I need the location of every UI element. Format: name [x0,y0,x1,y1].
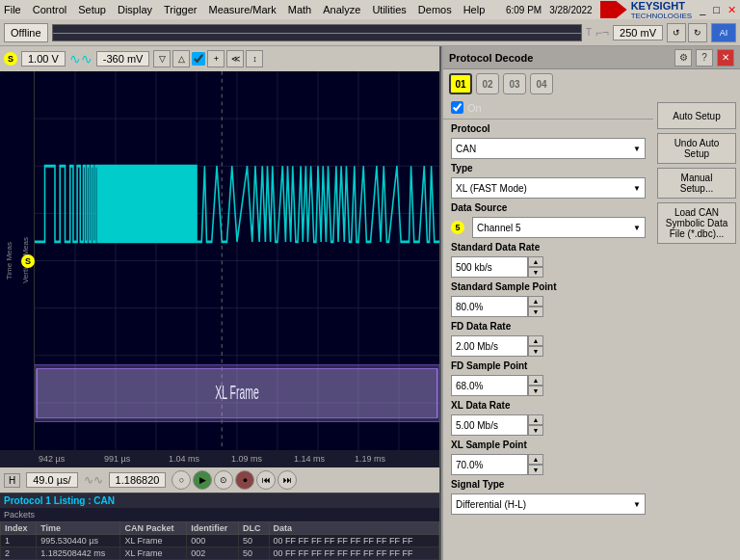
data-source-dropdown-arrow: ▼ [633,224,641,232]
xl-rate-value: 5.00 Mb/s [451,414,528,436]
std-sample-btns: ▲ ▼ [528,296,543,317]
time-label-3: 1.04 ms [169,454,199,464]
single-button[interactable]: ⊙ [214,470,233,490]
menu-utilities[interactable]: Utilities [372,4,406,15]
time-label-1: 942 µs [39,454,65,464]
xl-sample-label: XL Sample Point [443,438,653,452]
col-time: Time [37,522,120,535]
fd-rate-up[interactable]: ▲ [528,335,543,346]
type-value: XL (FAST Mode) [456,183,527,194]
proto-panel-header: Protocol Decode ⚙ ? ✕ [443,46,740,69]
bottom-toolbar: H 49.0 µs/ ∿∿ 1.186820 ○ ▶ ⊙ ● ⏮ ⏭ [0,467,439,493]
auto-setup-button[interactable]: Auto Setup [657,102,736,129]
protocol-dropdown[interactable]: CAN ▼ [451,138,646,159]
close-icon[interactable]: ✕ [717,49,734,67]
menu-measure[interactable]: Measure/Mark [208,4,276,15]
stop-button[interactable]: ○ [172,470,191,490]
row1-data: 00 FF FF FF FF FF FF FF FF FF FF [269,535,438,547]
fd-sample-down[interactable]: ▼ [528,386,543,396]
oscilloscope-panel: S 1.00 V ∿∿ -360 mV ▽ △ + ≪ ↕ Time Meas … [0,46,441,560]
ch-v-up[interactable]: △ [172,50,190,67]
tab-03[interactable]: 03 [503,73,526,94]
xl-rate-row: 5.00 Mb/s ▲ ▼ [443,413,653,438]
menu-analyze[interactable]: Analyze [323,4,360,15]
close-button[interactable]: ✕ [727,4,736,16]
minimize-button[interactable]: _ [700,4,705,15]
ch-plus[interactable]: + [207,50,225,67]
col-identifier: Identifier [187,522,239,535]
run-button[interactable]: ▶ [193,470,212,490]
prev-button[interactable]: ⏮ [256,470,276,490]
on-checkbox[interactable] [451,101,463,114]
ch-link[interactable]: ≪ [226,50,244,67]
std-rate-spinner: 500 kb/s ▲ ▼ [451,256,543,278]
menu-control[interactable]: Control [33,4,66,15]
h-badge: H [4,473,20,488]
xl-rate-label: XL Data Rate [443,398,653,413]
fd-rate-down[interactable]: ▼ [528,346,543,357]
t-label: T [586,27,592,38]
trigger-value: 1.186820 [109,472,167,488]
undo-button[interactable]: ↺ [667,23,686,42]
maximize-button[interactable]: □ [713,4,720,15]
xl-sample-down[interactable]: ▼ [528,465,543,475]
tab-04[interactable]: 04 [530,73,553,94]
row2-index: 2 [1,547,37,560]
tab-02[interactable]: 02 [476,73,499,94]
type-dropdown-arrow: ▼ [633,184,641,193]
redo-button[interactable]: ↻ [688,23,707,42]
settings-icon[interactable]: ⚙ [674,49,692,67]
menu-math[interactable]: Math [288,4,311,15]
ch-v-down[interactable]: ▽ [153,50,171,67]
std-sample-row: 80.0% ▲ ▼ [443,294,653,319]
record-button[interactable]: ● [235,470,254,490]
xl-sample-value: 70.0% [451,454,528,475]
menu-help[interactable]: Help [463,4,486,15]
offline-label: Offline [4,23,48,42]
std-sample-down[interactable]: ▼ [528,307,543,317]
ai-button[interactable]: AI [711,23,736,42]
load-can-button[interactable]: Load CAN Symbolic Data File (*.dbc)... [657,202,736,244]
menu-setup[interactable]: Setup [78,4,106,15]
time-label-4: 1.09 ms [231,454,262,464]
signal-type-dropdown[interactable]: Differential (H-L) ▼ [451,493,646,515]
table-row[interactable]: 1 995.530440 µs XL Frame 000 50 00 FF FF… [1,535,439,547]
toolbar: Offline T ⌐¬ 250 mV ↺ ↻ AI [0,19,740,46]
next-button[interactable]: ⏭ [278,470,297,490]
menu-display[interactable]: Display [118,4,152,15]
xl-rate-down[interactable]: ▼ [528,425,543,436]
fd-sample-up[interactable]: ▲ [528,375,543,386]
help-icon[interactable]: ? [696,49,713,67]
waveform-display[interactable]: XL Frame [35,71,439,450]
signal-type-arrow: ▼ [633,500,641,509]
signal-type-row: Differential (H-L) ▼ [443,492,653,517]
250mv-label: 250 mV [613,25,663,40]
data-source-dropdown[interactable]: Channel 5 ▼ [472,217,646,238]
brand-name: KEYSIGHT [631,0,693,12]
xl-rate-up[interactable]: ▲ [528,414,543,425]
menu-file[interactable]: File [4,4,21,15]
channel-mv: -360 mV [96,51,150,67]
svg-text:XL Frame: XL Frame [215,382,259,402]
xl-sample-up[interactable]: ▲ [528,454,543,465]
std-rate-down[interactable]: ▼ [528,267,543,278]
fd-sample-label: FD Sample Point [443,359,653,373]
menu-demos[interactable]: Demos [418,4,452,15]
std-rate-up[interactable]: ▲ [528,256,543,267]
ch-checkbox[interactable] [192,52,205,66]
protocol-row: CAN ▼ [443,136,653,161]
std-rate-btns: ▲ ▼ [528,256,543,278]
std-sample-up[interactable]: ▲ [528,296,543,307]
row1-dlc: 50 [239,535,270,547]
manual-setup-button[interactable]: Manual Setup... [657,168,736,199]
undo-auto-setup-button[interactable]: Undo Auto Setup [657,133,736,164]
proto-panel-title: Protocol Decode [449,52,533,64]
timebase-value: 49.0 µs/ [26,472,77,488]
tab-01[interactable]: 01 [449,73,472,94]
menu-trigger[interactable]: Trigger [164,4,197,15]
proto-table: Index Time CAN Packet Identifier DLC Dat… [0,521,439,560]
time-axis: 942 µs 991 µs 1.04 ms 1.09 ms 1.14 ms 1.… [0,450,439,467]
type-dropdown[interactable]: XL (FAST Mode) ▼ [451,177,646,199]
ch-cursor[interactable]: ↕ [246,50,263,67]
table-row[interactable]: 2 1.182508442 ms XL Frame 002 50 00 FF F… [1,547,439,560]
